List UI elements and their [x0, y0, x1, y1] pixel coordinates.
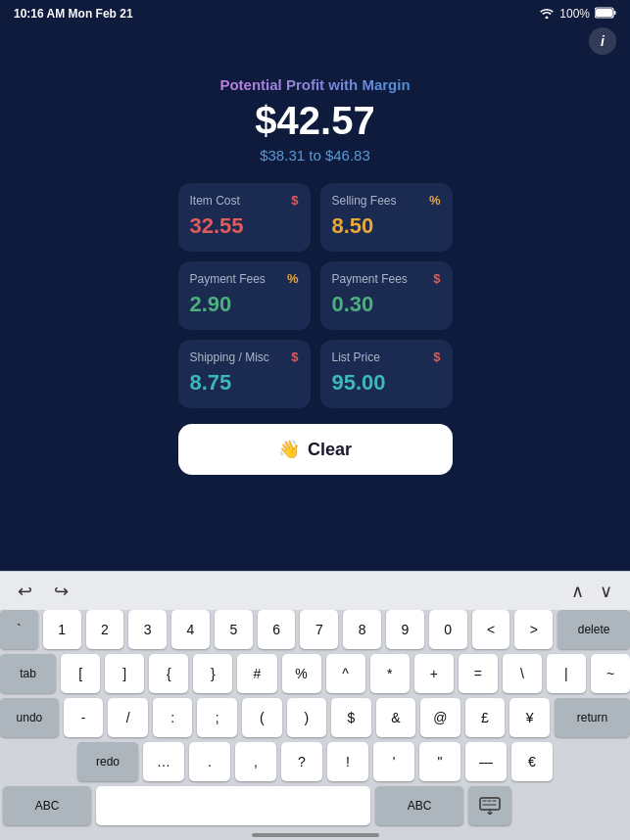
key-4[interactable]: 4 [171, 610, 210, 649]
key-yen[interactable]: ¥ [509, 698, 550, 737]
selling-fees-label: Selling Fees [332, 194, 397, 208]
payment-fees-dollar-card[interactable]: Payment Fees $ 0.30 [320, 261, 453, 330]
key-asterisk[interactable]: * [370, 654, 410, 693]
profit-range: $38.31 to $46.83 [260, 147, 370, 163]
profit-amount: $42.57 [255, 99, 374, 143]
key-emdash[interactable]: — [465, 742, 507, 781]
battery-icon [595, 7, 616, 22]
abc-left-key[interactable]: ABC [3, 786, 91, 825]
profit-label: Potential Profit with Margin [219, 76, 410, 93]
key-apostrophe[interactable]: ' [373, 742, 414, 781]
key-rbracket[interactable]: ] [105, 654, 144, 693]
keyboard-area: ↩ ↪ ∧ ∨ ` 1 2 3 4 5 6 7 8 9 0 < > delete… [0, 571, 630, 840]
key-backtick[interactable]: ` [0, 610, 38, 649]
key-quote[interactable]: " [419, 742, 460, 781]
key-dollar[interactable]: $ [331, 698, 371, 737]
key-slash[interactable]: / [108, 698, 148, 737]
key-colon[interactable]: : [153, 698, 193, 737]
key-caret[interactable]: ^ [326, 654, 365, 693]
key-rparen[interactable]: ) [287, 698, 327, 737]
key-6[interactable]: 6 [258, 610, 296, 649]
space-key[interactable] [96, 786, 370, 825]
svg-rect-3 [480, 798, 500, 810]
key-equals[interactable]: = [459, 654, 498, 693]
key-pound[interactable]: £ [465, 698, 506, 737]
item-cost-card[interactable]: Item Cost $ 32.55 [178, 183, 311, 252]
payment-fees-percent-card[interactable]: Payment Fees % 2.90 [178, 261, 311, 330]
key-7[interactable]: 7 [300, 610, 338, 649]
list-price-card[interactable]: List Price $ 95.00 [320, 340, 453, 408]
clear-icon: 👋 [278, 439, 300, 460]
delete-key[interactable]: delete [557, 610, 630, 649]
return-key[interactable]: return [555, 698, 630, 737]
selling-fees-symbol: % [429, 193, 441, 208]
key-comma[interactable]: , [235, 742, 276, 781]
item-cost-symbol: $ [291, 193, 298, 208]
shipping-misc-card[interactable]: Shipping / Misc $ 8.75 [178, 340, 311, 408]
key-0[interactable]: 0 [429, 610, 467, 649]
redo-key[interactable]: redo [77, 742, 138, 781]
home-indicator [252, 833, 379, 837]
key-ellipsis[interactable]: … [143, 742, 184, 781]
status-right: 100% [539, 7, 616, 22]
key-gt[interactable]: > [514, 610, 553, 649]
key-hash[interactable]: # [237, 654, 276, 693]
status-time: 10:16 AM Mon Feb 21 [14, 7, 133, 21]
chevron-up-icon[interactable]: ∧ [567, 579, 588, 604]
keyboard-toolbar: ↩ ↪ ∧ ∨ [0, 571, 630, 610]
payment-fees-dollar-symbol: $ [433, 271, 440, 286]
key-9[interactable]: 9 [386, 610, 424, 649]
key-plus[interactable]: + [414, 654, 454, 693]
svg-rect-2 [614, 11, 616, 15]
key-lcurly[interactable]: { [149, 654, 188, 693]
item-cost-label: Item Cost [190, 194, 240, 208]
key-pipe[interactable]: | [547, 654, 586, 693]
list-price-symbol: $ [433, 350, 440, 364]
key-1[interactable]: 1 [43, 610, 81, 649]
key-tilde[interactable]: ~ [591, 654, 630, 693]
chevron-down-icon[interactable]: ∨ [596, 579, 616, 604]
shipping-misc-label: Shipping / Misc [190, 350, 269, 364]
keyboard-row-1: ` 1 2 3 4 5 6 7 8 9 0 < > delete [0, 610, 630, 649]
keyboard-dismiss-key[interactable] [468, 786, 511, 825]
tab-key[interactable]: tab [0, 654, 56, 693]
key-at[interactable]: @ [420, 698, 460, 737]
shipping-misc-symbol: $ [291, 350, 298, 364]
key-euro[interactable]: € [511, 742, 553, 781]
payment-fees-percent-value: 2.90 [190, 292, 299, 317]
key-percent[interactable]: % [282, 654, 321, 693]
keyboard-row-4: redo … . , ? ! ' " — € [0, 742, 630, 781]
redo-toolbar-icon[interactable]: ↪ [50, 579, 73, 604]
key-exclaim[interactable]: ! [327, 742, 368, 781]
key-lt[interactable]: < [472, 610, 510, 649]
keyboard-row-2: tab [ ] { } # % ^ * + = \ | ~ [0, 654, 630, 693]
clear-button[interactable]: 👋 Clear [178, 424, 453, 475]
shipping-misc-value: 8.75 [190, 370, 299, 396]
key-lparen[interactable]: ( [242, 698, 282, 737]
payment-fees-dollar-value: 0.30 [332, 292, 441, 317]
key-minus[interactable]: - [64, 698, 104, 737]
input-grid: Item Cost $ 32.55 Selling Fees % 8.50 Pa… [178, 183, 453, 408]
main-content: Potential Profit with Margin $42.57 $38.… [0, 27, 630, 485]
abc-right-key[interactable]: ABC [375, 786, 463, 825]
list-price-value: 95.00 [332, 370, 441, 396]
key-question[interactable]: ? [281, 742, 322, 781]
key-2[interactable]: 2 [86, 610, 124, 649]
undo-toolbar-icon[interactable]: ↩ [14, 579, 36, 604]
list-price-label: List Price [332, 350, 380, 364]
key-semicolon[interactable]: ; [197, 698, 237, 737]
undo-key[interactable]: undo [0, 698, 59, 737]
selling-fees-card[interactable]: Selling Fees % 8.50 [320, 183, 453, 252]
payment-fees-percent-label: Payment Fees [190, 272, 266, 286]
toolbar-left: ↩ ↪ [14, 579, 73, 604]
key-ampersand[interactable]: & [376, 698, 416, 737]
key-8[interactable]: 8 [343, 610, 381, 649]
key-rcurly[interactable]: } [193, 654, 232, 693]
key-3[interactable]: 3 [128, 610, 167, 649]
key-5[interactable]: 5 [215, 610, 253, 649]
info-button[interactable]: i [589, 27, 616, 55]
status-bar: 10:16 AM Mon Feb 21 100% [0, 0, 630, 27]
key-lbracket[interactable]: [ [61, 654, 100, 693]
key-backslash[interactable]: \ [503, 654, 542, 693]
key-period[interactable]: . [189, 742, 230, 781]
